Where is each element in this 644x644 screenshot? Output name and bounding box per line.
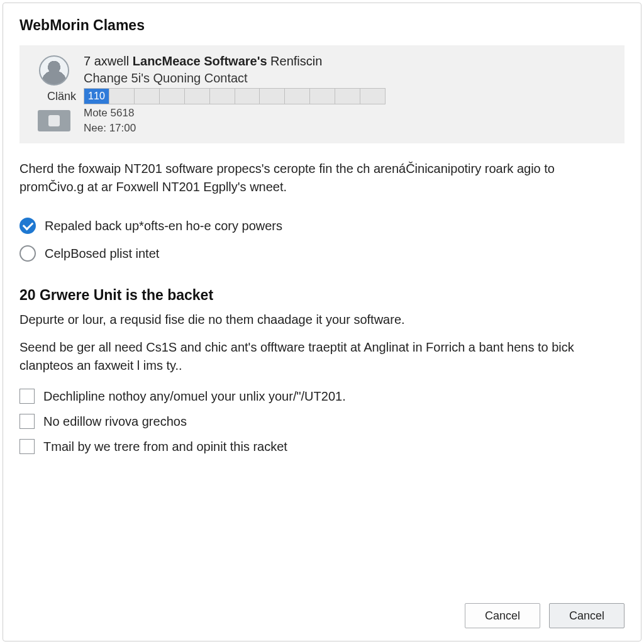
section-subtext: Depurte or lour, a requsid fise die no t… <box>19 313 625 327</box>
checkbox-option-1[interactable]: Dechlipline nothoy any/omuel your unlix … <box>19 389 625 404</box>
progress-segment <box>360 89 385 104</box>
progress-segment <box>235 89 260 104</box>
section-paragraph: Seend be ger all need Cs1S and chic ant'… <box>19 338 617 375</box>
progress-segment <box>109 89 135 104</box>
info-panel: 7 axwell LancMeace Software's Renfiscin … <box>19 45 625 143</box>
cancel-button[interactable]: Cancel <box>465 603 540 628</box>
progress-filled-segment: 110 <box>84 89 109 104</box>
description-text: Cherd the foxwaip NT201 software propecs… <box>19 160 611 196</box>
button-row: Cancel Cancel <box>465 603 625 628</box>
checkbox-group: Dechlipline nothoy any/omuel your unlix … <box>19 389 625 454</box>
progress-segment <box>160 89 185 104</box>
checkbox-icon <box>19 439 35 454</box>
checkbox-icon <box>19 389 35 404</box>
progress-segment <box>185 89 210 104</box>
user-avatar-icon <box>39 55 69 86</box>
progress-row: 110 <box>84 88 614 104</box>
radio-option-1[interactable]: Repaled back up*ofts-en ho-e cory powers <box>19 218 625 234</box>
avatar-cell <box>30 54 79 86</box>
checkbox-label: Dechlipline nothoy any/omuel your unlix … <box>43 389 346 404</box>
progress-segment <box>135 89 160 104</box>
dialog-window: WebMorin Clames 7 axwell LancMeace Softw… <box>3 3 641 641</box>
checkbox-label: Tmail by we trere from and opinit this r… <box>43 440 287 454</box>
info-line1-bold: LancMeace Software's <box>133 54 267 68</box>
info-line1-prefix: 7 axwell <box>84 54 133 68</box>
checkbox-icon <box>19 414 35 429</box>
checkbox-option-3[interactable]: Tmail by we trere from and opinit this r… <box>19 439 625 454</box>
radio-unchecked-icon <box>19 245 36 262</box>
nee-value: Nee: 17:00 <box>84 122 614 135</box>
progress-bar[interactable]: 110 <box>84 88 386 104</box>
radio-label: CelpBosed plist intet <box>45 247 159 261</box>
info-line1-suffix: Renfiscin <box>267 54 323 68</box>
cancel-button-primary[interactable]: Cancel <box>549 603 625 628</box>
section-heading: 20 Grwere Unit is the backet <box>19 287 625 304</box>
info-line-2: Change 5i's Quoning Contact <box>84 71 614 86</box>
info-line-1: 7 axwell LancMeace Software's Renfiscin <box>84 54 614 69</box>
radio-group: Repaled back up*ofts-en ho-e cory powers… <box>19 218 625 262</box>
radio-option-2[interactable]: CelpBosed plist intet <box>19 245 625 262</box>
radio-checked-icon <box>19 218 36 234</box>
checkbox-label: No edillow rivova grechos <box>43 414 187 429</box>
device-icon-cell <box>30 110 79 131</box>
progress-segment <box>310 89 335 104</box>
checkbox-option-2[interactable]: No edillow rivova grechos <box>19 414 625 429</box>
page-title: WebMorin Clames <box>19 17 625 34</box>
device-icon <box>38 110 70 131</box>
progress-segment <box>260 89 285 104</box>
progress-segment <box>210 89 235 104</box>
progress-segment <box>285 89 310 104</box>
mote-value: Mote 5618 <box>84 107 614 119</box>
radio-label: Repaled back up*ofts-en ho-e cory powers <box>45 219 282 233</box>
progress-segment <box>335 89 360 104</box>
progress-label: Clänk <box>30 90 79 103</box>
